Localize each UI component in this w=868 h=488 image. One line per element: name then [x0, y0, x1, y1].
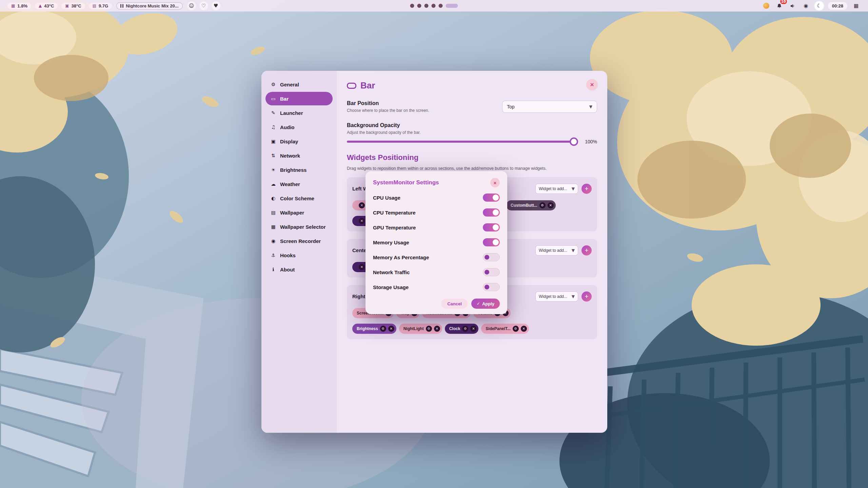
bar-icon: ▭ — [270, 96, 276, 101]
widget-chip[interactable]: SidePanelT...⚙× — [481, 324, 529, 334]
gpu-temp-stat[interactable]: ▣38°C — [61, 3, 85, 9]
widget-chip[interactable]: NightLight⚙× — [399, 324, 442, 334]
sidebar-item-audio[interactable]: ♫Audio — [265, 120, 333, 134]
heart-icon[interactable]: ♥ — [212, 1, 220, 10]
clock[interactable]: 00:28 — [828, 2, 847, 10]
brightness-icon: ☀ — [270, 167, 276, 172]
widget-chip[interactable]: CustomButt...⚙× — [506, 200, 556, 210]
widget-chip[interactable]: Clock⚙× — [445, 324, 479, 334]
workspace-dot[interactable] — [417, 4, 421, 8]
heart-outline-icon[interactable]: ♡ — [199, 1, 208, 10]
night-light-icon[interactable]: ☾ — [815, 1, 824, 10]
widget-settings-icon[interactable]: ⚙ — [462, 326, 468, 332]
widget-settings-icon[interactable]: ⚙ — [380, 326, 386, 332]
cancel-button[interactable]: Cancel — [441, 299, 468, 309]
toggle-on[interactable] — [483, 194, 500, 202]
remove-widget-icon[interactable]: × — [388, 326, 394, 332]
sidebar-item-launcher[interactable]: ✎Launcher — [265, 106, 333, 120]
apply-button[interactable]: ✓ Apply — [471, 299, 500, 309]
workspace-dot[interactable] — [410, 4, 414, 8]
wallpaper-icon: ▤ — [270, 210, 276, 215]
section-controls: Widget to add...▼+ — [535, 184, 592, 194]
opacity-slider[interactable] — [347, 141, 577, 143]
sidebar-item-about[interactable]: ℹAbout — [265, 263, 333, 276]
toggle-on[interactable] — [483, 223, 500, 231]
bar-position-select[interactable]: Top ▼ — [502, 101, 597, 113]
remove-widget-icon[interactable]: × — [548, 202, 554, 208]
bar-position-desc: Choose where to place the bar on the scr… — [347, 108, 429, 113]
sidebar-item-label: Network — [280, 153, 300, 159]
display-icon: ▣ — [270, 139, 276, 144]
remove-widget-icon[interactable]: × — [470, 326, 476, 332]
remove-widget-icon[interactable]: × — [521, 326, 527, 332]
sidebar-item-general[interactable]: ⚙General — [265, 78, 333, 91]
sidebar-item-hooks[interactable]: ⚓Hooks — [265, 248, 333, 262]
widget-chip-label: CustomButt... — [511, 203, 537, 208]
sidebar-item-label: Screen Recorder — [280, 238, 321, 244]
desktop: ▦1.8%▲43°C▣38°C▤9.7G Nightcore Music Mix… — [0, 0, 868, 488]
sidebar-item-label: Color Scheme — [280, 196, 314, 201]
widget-add-select[interactable]: Widget to add...▼ — [535, 184, 578, 194]
emote-icon[interactable]: ☺ — [187, 1, 196, 10]
chevron-down-icon: ▼ — [572, 248, 575, 253]
cpu-temp-stat[interactable]: ▲43°C — [35, 3, 58, 9]
sidebar-item-weather[interactable]: ☁Weather — [265, 177, 333, 191]
sidebar-item-wallpaper-selector[interactable]: ▦Wallpaper Selector — [265, 220, 333, 233]
widget-add-select[interactable]: Widget to add...▼ — [535, 245, 578, 256]
workspace-dot[interactable] — [425, 4, 429, 8]
widget-settings-icon[interactable]: ⚙ — [426, 326, 432, 332]
screen-record-icon[interactable]: ◉ — [802, 1, 810, 10]
workspaces[interactable] — [410, 0, 458, 12]
chevron-down-icon: ▼ — [572, 186, 575, 191]
app-launcher-icon[interactable]: ▦ — [852, 1, 861, 10]
sidebar-item-wallpaper[interactable]: ▤Wallpaper — [265, 206, 333, 219]
toggle-on[interactable] — [483, 208, 500, 217]
widget-settings-icon[interactable]: ⚙ — [539, 202, 546, 208]
audio-icon: ♫ — [270, 124, 276, 130]
gpu-temp-value: 38°C — [72, 4, 81, 8]
sidebar-item-brightness[interactable]: ☀Brightness — [265, 163, 333, 177]
sidebar-item-screen-recorder[interactable]: ◉Screen Recorder — [265, 234, 333, 248]
remove-widget-icon[interactable]: × — [359, 202, 365, 208]
window-close-button[interactable]: × — [586, 79, 598, 90]
remove-widget-icon[interactable]: × — [359, 264, 365, 270]
toggle-row-gpu-temperature: GPU Temperature — [373, 220, 500, 235]
sidebar-item-display[interactable]: ▣Display — [265, 135, 333, 148]
toggle-on[interactable] — [483, 238, 500, 246]
workspace-dot-active[interactable] — [446, 4, 458, 8]
topbar-right: 10◉☾00:28▦ — [762, 1, 861, 10]
add-widget-button[interactable]: + — [581, 291, 592, 302]
opacity-slider-fill — [347, 141, 577, 143]
widget-chip[interactable]: Brightness⚙× — [352, 324, 396, 334]
toggle-label: Storage Usage — [373, 284, 409, 290]
toggle-off[interactable] — [483, 253, 500, 261]
toggle-off[interactable] — [483, 268, 500, 276]
toggle-off[interactable] — [483, 283, 500, 291]
opacity-slider-handle[interactable] — [570, 138, 578, 146]
volume-icon[interactable] — [788, 1, 797, 10]
remove-widget-icon[interactable]: × — [434, 326, 440, 332]
media-widget[interactable]: Nightcore Music Mix 20... — [116, 2, 182, 9]
launcher-icon: ✎ — [270, 110, 276, 116]
cpu-usage-stat[interactable]: ▦1.8% — [7, 3, 31, 9]
add-widget-button[interactable]: + — [581, 184, 592, 194]
widget-add-placeholder: Widget to add... — [539, 248, 567, 253]
color-picker-icon[interactable] — [762, 1, 771, 10]
modal-close-button[interactable]: × — [490, 178, 500, 187]
add-widget-button[interactable]: + — [581, 245, 592, 256]
screen-recorder-icon: ◉ — [270, 238, 276, 244]
widget-add-select[interactable]: Widget to add...▼ — [535, 291, 578, 302]
workspace-dot[interactable] — [432, 4, 436, 8]
chip-row: Brightness⚙×NightLight⚙×Clock⚙×SidePanel… — [352, 324, 592, 334]
sidebar-item-bar[interactable]: ▭Bar — [265, 92, 333, 105]
sidebar-item-color-scheme[interactable]: ◐Color Scheme — [265, 191, 333, 205]
memory-stat[interactable]: ▤9.7G — [89, 3, 112, 9]
toggle-row-memory-usage: Memory Usage — [373, 235, 500, 250]
notifications-icon[interactable]: 10 — [775, 1, 784, 10]
cpu-temp-value: 43°C — [44, 4, 54, 8]
wallpaper-selector-icon: ▦ — [270, 224, 276, 229]
workspace-dot[interactable] — [439, 4, 443, 8]
widget-settings-icon[interactable]: ⚙ — [513, 326, 519, 332]
remove-widget-icon[interactable]: × — [359, 218, 365, 224]
sidebar-item-network[interactable]: ⇅Network — [265, 149, 333, 162]
